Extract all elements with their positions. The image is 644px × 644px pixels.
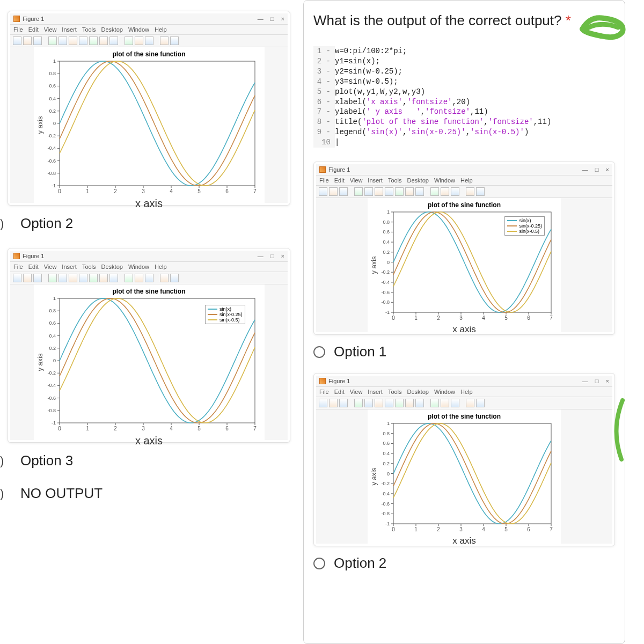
toolbar[interactable] <box>10 272 288 284</box>
toolbar-icon[interactable] <box>99 274 108 282</box>
menu-help[interactable]: Help <box>155 264 167 270</box>
option-4-row[interactable]: ) NO OUTPUT <box>0 485 298 502</box>
toolbar-icon[interactable] <box>461 187 464 196</box>
toolbar-icon[interactable] <box>109 36 118 45</box>
toolbar-icon[interactable] <box>430 399 439 407</box>
toolbar-icon[interactable] <box>160 36 169 45</box>
toolbar-icon[interactable] <box>451 399 459 407</box>
menu-desktop[interactable]: Desktop <box>407 389 429 395</box>
window-controls[interactable]: — □ × <box>252 253 284 259</box>
close-icon[interactable]: × <box>606 378 609 384</box>
toolbar-icon[interactable] <box>385 187 393 196</box>
toolbar-icon[interactable] <box>23 36 32 45</box>
radio-paren-icon[interactable]: ) <box>0 218 12 230</box>
toolbar-icon[interactable] <box>319 399 327 407</box>
toolbar-icon[interactable] <box>79 36 87 45</box>
toolbar-icon[interactable] <box>170 274 179 282</box>
toolbar-icon[interactable] <box>120 274 123 282</box>
option-2-row[interactable]: ) Option 2 <box>0 215 298 232</box>
option-2b-row[interactable]: Option 2 <box>313 555 615 572</box>
minimize-icon[interactable]: — <box>582 378 588 384</box>
toolbar-icon[interactable] <box>135 274 143 282</box>
radio-paren-icon[interactable]: ) <box>0 488 12 500</box>
menu-view[interactable]: View <box>350 177 363 184</box>
toolbar-icon[interactable] <box>339 399 348 407</box>
menubar[interactable]: FileEditViewInsertToolsDesktopWindowHelp <box>316 175 612 186</box>
toolbar-icon[interactable] <box>145 36 153 45</box>
toolbar-icon[interactable] <box>329 187 338 196</box>
toolbar-icon[interactable] <box>415 399 424 407</box>
toolbar-icon[interactable] <box>125 274 133 282</box>
maximize-icon[interactable]: □ <box>270 253 274 259</box>
toolbar-icon[interactable] <box>79 274 87 282</box>
menubar[interactable]: FileEditViewInsertToolsDesktopWindowHelp <box>10 25 288 35</box>
toolbar-icon[interactable] <box>364 399 373 407</box>
menu-insert[interactable]: Insert <box>62 264 77 270</box>
menu-view[interactable]: View <box>44 264 57 270</box>
window-controls[interactable]: — □ × <box>252 16 284 22</box>
toolbar[interactable] <box>316 186 612 198</box>
menu-edit[interactable]: Edit <box>28 264 39 270</box>
toolbar-icon[interactable] <box>13 274 21 282</box>
toolbar-icon[interactable] <box>58 36 67 45</box>
window-controls[interactable]: — □ × <box>577 166 609 173</box>
menu-tools[interactable]: Tools <box>388 389 402 395</box>
toolbar-icon[interactable] <box>441 399 449 407</box>
maximize-icon[interactable]: □ <box>270 16 274 22</box>
toolbar-icon[interactable] <box>466 187 474 196</box>
toolbar-icon[interactable] <box>48 36 57 45</box>
toolbar[interactable] <box>316 397 612 409</box>
menubar[interactable]: FileEditViewInsertToolsDesktopWindowHelp <box>316 387 612 397</box>
menubar[interactable]: FileEditViewInsertToolsDesktopWindowHelp <box>10 262 288 272</box>
menu-desktop[interactable]: Desktop <box>101 264 123 270</box>
menu-edit[interactable]: Edit <box>334 389 345 395</box>
maximize-icon[interactable]: □ <box>595 378 599 384</box>
toolbar-icon[interactable] <box>89 36 98 45</box>
toolbar-icon[interactable] <box>99 36 108 45</box>
radio-paren-icon[interactable]: ) <box>0 455 12 467</box>
toolbar-icon[interactable] <box>170 36 179 45</box>
menu-tools[interactable]: Tools <box>82 26 96 33</box>
menu-edit[interactable]: Edit <box>28 26 39 33</box>
minimize-icon[interactable]: — <box>582 166 588 173</box>
toolbar-icon[interactable] <box>430 187 439 196</box>
toolbar-icon[interactable] <box>69 274 77 282</box>
toolbar-icon[interactable] <box>476 399 485 407</box>
toolbar-icon[interactable] <box>426 187 429 196</box>
toolbar-icon[interactable] <box>145 274 153 282</box>
menu-file[interactable]: File <box>319 389 329 395</box>
toolbar-icon[interactable] <box>354 399 363 407</box>
toolbar-icon[interactable] <box>441 187 449 196</box>
toolbar-icon[interactable] <box>43 274 47 282</box>
toolbar-icon[interactable] <box>451 187 459 196</box>
close-icon[interactable]: × <box>281 253 284 259</box>
toolbar-icon[interactable] <box>466 399 474 407</box>
toolbar-icon[interactable] <box>33 36 42 45</box>
menu-help[interactable]: Help <box>155 26 167 33</box>
toolbar-icon[interactable] <box>349 399 353 407</box>
toolbar-icon[interactable] <box>405 399 414 407</box>
menu-insert[interactable]: Insert <box>368 177 383 184</box>
menu-desktop[interactable]: Desktop <box>101 26 123 33</box>
radio-icon[interactable] <box>313 558 325 569</box>
menu-insert[interactable]: Insert <box>368 389 383 395</box>
radio-icon[interactable] <box>313 346 325 358</box>
minimize-icon[interactable]: — <box>258 253 264 259</box>
menu-window[interactable]: Window <box>128 264 149 270</box>
toolbar-icon[interactable] <box>160 274 169 282</box>
toolbar-icon[interactable] <box>33 274 42 282</box>
window-controls[interactable]: — □ × <box>577 378 609 384</box>
toolbar-icon[interactable] <box>155 274 158 282</box>
toolbar-icon[interactable] <box>426 399 429 407</box>
menu-view[interactable]: View <box>44 26 57 33</box>
menu-tools[interactable]: Tools <box>82 264 96 270</box>
menu-file[interactable]: File <box>13 264 23 270</box>
toolbar-icon[interactable] <box>364 187 373 196</box>
menu-desktop[interactable]: Desktop <box>407 177 429 184</box>
menu-help[interactable]: Help <box>460 389 473 395</box>
toolbar-icon[interactable] <box>375 399 383 407</box>
toolbar-icon[interactable] <box>385 399 393 407</box>
toolbar-icon[interactable] <box>339 187 348 196</box>
close-icon[interactable]: × <box>606 166 609 173</box>
menu-insert[interactable]: Insert <box>62 26 77 33</box>
